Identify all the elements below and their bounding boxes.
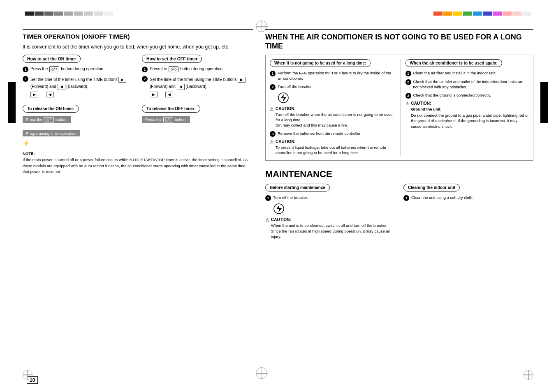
before-caution-title: CAUTION:	[271, 217, 395, 222]
not-used-step1-text: Perform the FAN operation for 3 or 4 hou…	[278, 70, 394, 81]
off-fwd-icon2: ▶	[150, 92, 158, 98]
used-again-title: When the air conditioner is to be used a…	[405, 59, 502, 67]
before-maint-title: Before starting maintenance	[265, 184, 330, 191]
caution1-text: Turn off the breaker when the air condit…	[276, 112, 394, 128]
main-content: TIMER OPERATION (ON/OFF TIMER) It is con…	[23, 29, 533, 371]
note-text: If the main power is turned off or a pow…	[23, 157, 253, 175]
off-release-row: Press the ○/○ button.	[142, 116, 253, 125]
fwd-icon: ▶	[118, 77, 126, 83]
on-step-1: 1 Press the ○/• button during operation.	[23, 66, 134, 72]
on-step2-num: 2	[23, 76, 28, 82]
used-again-step3: 3 Check that the ground is connected cor…	[405, 92, 529, 99]
on-step2-content: Set the time of the timer using the TIME…	[30, 76, 134, 98]
used-again-caution-sub: Ground the unit.	[411, 106, 529, 112]
bolt-icon-1	[278, 92, 394, 104]
page: 10 TIMER OPERATION (ON/OFF TIMER) It is …	[0, 0, 556, 392]
used-again-step2-num: 2	[405, 79, 411, 85]
cleaning-col: Cleaning the indoor unit 1 Clean the uni…	[403, 184, 533, 240]
before-step1: 1 Turn off the breaker.	[265, 195, 395, 201]
prog-section: Programming timer operation	[23, 129, 134, 136]
before-step1-text: Turn off the breaker.	[273, 195, 308, 200]
on-timer-col: How to set the ON timer 1 Press the ○/• …	[23, 55, 134, 147]
on-release-title: To release the ON timer:	[23, 105, 79, 113]
not-used-title: When it is not going to be used for a lo…	[270, 59, 371, 67]
on-step-2: 2 Set the time of the timer using the TI…	[23, 76, 134, 98]
on-timer-title: How to set the ON timer	[23, 55, 81, 63]
cleaning-step1: 1 Clean the unit using a soft dry cloth.	[403, 195, 533, 201]
not-used-step2: 2 Turn off the breaker.	[270, 84, 394, 90]
on-release-section: To release the ON timer: Press the ○/• b…	[23, 101, 134, 125]
used-again-step3-text: Check that the ground is connected corre…	[413, 92, 491, 98]
note-title: NOTE:	[23, 151, 253, 156]
cleaning-title: Cleaning the indoor unit	[403, 184, 460, 191]
used-again-caution: ⚠ CAUTION: Ground the unit. Do not conne…	[405, 101, 529, 129]
caution-triangle4: ⚠	[265, 217, 269, 223]
off-step1-num: 1	[142, 67, 148, 72]
timer-section-title: TIMER OPERATION (ON/OFF TIMER)	[23, 33, 253, 40]
top-bar-left	[25, 12, 113, 16]
not-used-step3-text: Remove the batteries from the remote con…	[278, 131, 361, 136]
left-column: TIMER OPERATION (ON/OFF TIMER) It is con…	[23, 29, 253, 371]
left-tab	[8, 82, 16, 123]
not-used-step2-text: Turn off the breaker.	[278, 84, 313, 89]
off-press-row: Press the ○/○ button.	[142, 116, 190, 123]
off-step2-num: 2	[142, 76, 148, 82]
on-btn1: ○/•	[49, 66, 59, 72]
used-again-step2-text: Check that the air inlet and outlet of t…	[413, 79, 529, 90]
before-step1-num: 1	[265, 195, 271, 201]
not-used-step2-num: 2	[270, 84, 276, 90]
used-again-col: When the air conditioner is to be used a…	[400, 59, 529, 156]
cleaning-step1-text: Clean the unit using a soft dry cloth.	[411, 195, 473, 200]
not-used-caution2: ⚠ CAUTION: To prevent liquid leakage, ta…	[270, 139, 394, 156]
off-bwd-icon2: ◀	[165, 92, 173, 98]
top-bar-right	[433, 12, 531, 16]
maintenance-title: MAINTENANCE	[265, 169, 533, 180]
timer-columns: How to set the ON timer 1 Press the ○/• …	[23, 55, 253, 147]
on-release-btn: ○/•	[44, 117, 54, 122]
off-release-btn: ○/○	[163, 117, 173, 122]
caution1-title: CAUTION:	[276, 106, 394, 111]
not-used-step1: 1 Perform the FAN operation for 3 or 4 h…	[270, 70, 394, 81]
off-step-2: 2 Set the time of the timer using the TI…	[142, 76, 253, 98]
timer-divider	[23, 29, 253, 30]
prog-label: Programming timer operation	[23, 130, 80, 136]
bwd-icon: ◀	[58, 84, 65, 90]
before-maint-col: Before starting maintenance 1 Turn off t…	[265, 184, 395, 240]
fwd-icon2: ▶	[30, 92, 38, 98]
off-step2-content: Set the time of the timer using the TIME…	[150, 76, 253, 98]
used-again-caution-text: Do not connect the ground to a gas pipe,…	[411, 113, 529, 129]
used-again-step3-num: 3	[405, 93, 411, 99]
off-release-title: To release the OFF timer:	[142, 105, 200, 113]
not-used-col: When it is not going to be used for a lo…	[270, 59, 394, 156]
used-again-step1-text: Clean the air filter and install it in t…	[413, 70, 497, 76]
on-step1-content: Press the ○/• button during operation.	[30, 66, 104, 72]
not-used-step3: 3 Remove the batteries from the remote c…	[270, 131, 394, 137]
caution-triangle1: ⚠	[270, 106, 274, 112]
maint-cols: Before starting maintenance 1 Turn off t…	[265, 184, 533, 240]
used-again-step1-num: 1	[405, 71, 411, 76]
off-fwd-icon: ▶	[238, 77, 246, 83]
caution2-title: CAUTION:	[276, 139, 394, 144]
right-column: WHEN THE AIR CONDITIONER IS NOT GOING TO…	[265, 29, 533, 371]
note-section: NOTE: If the main power is turned off or…	[23, 151, 253, 175]
off-step-1: 1 Press the ○/○ button during operation.	[142, 66, 253, 72]
bwd-icon2: ◀	[46, 92, 54, 98]
bolt-icon-2	[273, 203, 395, 215]
caution-triangle2: ⚠	[270, 139, 274, 145]
off-btn1: ○/○	[169, 66, 178, 72]
on-release-row: Press the ○/• button.	[23, 116, 134, 125]
long-time-box: When it is not going to be used for a lo…	[265, 55, 533, 161]
right-tab	[540, 82, 548, 123]
caution-triangle3: ⚠	[405, 101, 410, 106]
used-again-step1: 1 Clean the air filter and install it in…	[405, 70, 529, 76]
long-time-title: WHEN THE AIR CONDITIONER IS NOT GOING TO…	[265, 29, 533, 51]
not-used-caution1: ⚠ CAUTION: Turn off the breaker when the…	[270, 106, 394, 128]
before-caution-text: When the unit is to be cleaned, switch i…	[271, 223, 395, 239]
used-again-step2: 2 Check that the air inlet and outlet of…	[405, 79, 529, 90]
off-release-section: To release the OFF timer: Press the ○/○ …	[142, 101, 253, 125]
not-used-step3-num: 3	[270, 131, 276, 137]
off-bwd-icon: ◀	[177, 84, 185, 90]
caution2-text: To prevent liquid leakage, take out all …	[276, 145, 394, 156]
before-caution: ⚠ CAUTION: When the unit is to be cleane…	[265, 217, 395, 239]
off-timer-title: How to set the OFF timer	[142, 55, 202, 63]
